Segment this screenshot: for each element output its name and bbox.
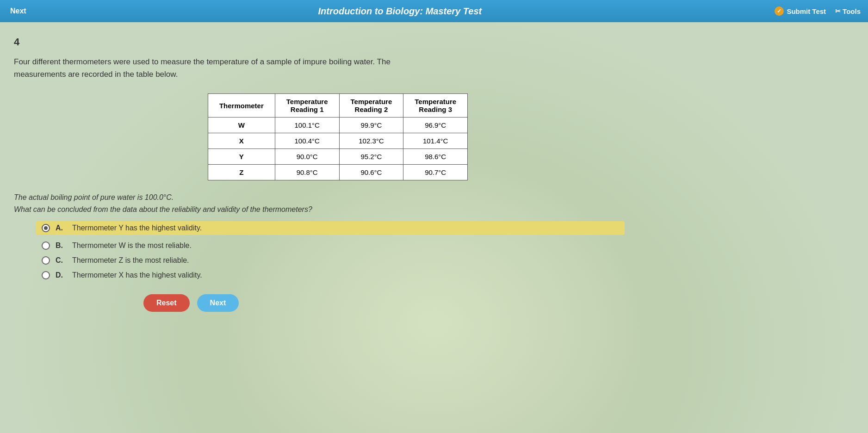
table-row: Y90.0°C95.2°C98.6°C [208, 149, 467, 165]
answer-option-d[interactable]: D.Thermometer X has the highest validity… [42, 271, 625, 279]
main-content: 4 Four different thermometers were used … [0, 22, 648, 326]
table-cell: 96.9°C [403, 118, 468, 133]
tools-button[interactable]: Tools [835, 7, 861, 15]
table-cell: W [208, 118, 275, 133]
table-cell: X [208, 133, 275, 149]
radio-circle[interactable] [42, 271, 50, 279]
radio-circle[interactable] [42, 224, 50, 232]
table-cell: Z [208, 165, 275, 180]
option-label: C. [56, 256, 67, 265]
header: Next Introduction to Biology: Mastery Te… [0, 0, 868, 22]
submit-test-button[interactable]: Submit Test [775, 6, 826, 16]
table-cell: 90.7°C [403, 165, 468, 180]
col-header-reading2: TemperatureReading 2 [339, 94, 403, 118]
table-row: X100.4°C102.3°C101.4°C [208, 133, 467, 149]
table-cell: Y [208, 149, 275, 165]
answer-option-c[interactable]: C.Thermometer Z is the most reliable. [42, 256, 625, 265]
next-button[interactable]: Next [197, 294, 239, 312]
option-label: D. [56, 271, 67, 279]
option-text: Thermometer Y has the highest validity. [72, 224, 202, 232]
option-text: Thermometer Z is the most reliable. [72, 256, 189, 265]
answer-options: A.Thermometer Y has the highest validity… [42, 221, 625, 279]
submit-test-label: Submit Test [787, 7, 826, 15]
header-next-button[interactable]: Next [7, 7, 26, 15]
table-cell: 90.6°C [339, 165, 403, 180]
table-cell: 102.3°C [339, 133, 403, 149]
header-next-label: Next [10, 7, 26, 15]
reset-button[interactable]: Reset [143, 294, 190, 312]
question-number: 4 [14, 36, 625, 48]
table-row: Z90.8°C90.6°C90.7°C [208, 165, 467, 180]
radio-circle[interactable] [42, 256, 50, 265]
answer-option-b[interactable]: B.Thermometer W is the most reliable. [42, 241, 625, 250]
table-cell: 100.1°C [275, 118, 339, 133]
table-cell: 95.2°C [339, 149, 403, 165]
question-text: Four different thermometers were used to… [14, 56, 430, 80]
option-text: Thermometer X has the highest validity. [72, 271, 202, 279]
header-title: Introduction to Biology: Mastery Test [32, 6, 768, 17]
table-cell: 98.6°C [403, 149, 468, 165]
answer-option-a[interactable]: A.Thermometer Y has the highest validity… [36, 221, 625, 235]
buttons-row: Reset Next [143, 294, 625, 312]
option-text: Thermometer W is the most reliable. [72, 241, 192, 250]
table-row: W100.1°C99.9°C96.9°C [208, 118, 467, 133]
col-header-reading3: TemperatureReading 3 [403, 94, 468, 118]
tools-label: Tools [843, 7, 861, 15]
option-label: A. [56, 224, 67, 232]
header-right: Submit Test Tools [775, 6, 861, 16]
question-prompt: What can be concluded from the data abou… [14, 205, 625, 214]
col-header-thermometer: Thermometer [208, 94, 275, 118]
table-cell: 101.4°C [403, 133, 468, 149]
followup-text: The actual boiling point of pure water i… [14, 193, 625, 202]
table-cell: 90.0°C [275, 149, 339, 165]
table-cell: 100.4°C [275, 133, 339, 149]
table-cell: 99.9°C [339, 118, 403, 133]
data-table-wrapper: Thermometer TemperatureReading 1 Tempera… [51, 93, 625, 180]
table-cell: 90.8°C [275, 165, 339, 180]
thermometer-table: Thermometer TemperatureReading 1 Tempera… [208, 93, 468, 180]
col-header-reading1: TemperatureReading 1 [275, 94, 339, 118]
option-label: B. [56, 241, 67, 250]
radio-circle[interactable] [42, 241, 50, 250]
